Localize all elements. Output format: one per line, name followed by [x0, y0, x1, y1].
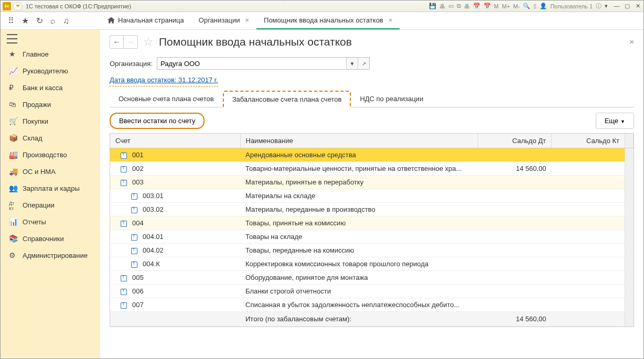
table-row[interactable]: 003.01Материалы на складе: [110, 189, 634, 203]
sidebar-item-label: Отчеты: [23, 218, 46, 226]
sidebar-item-reports[interactable]: 📊Отчеты: [1, 213, 100, 230]
sidebar-item-assets[interactable]: 🚚ОС и НМА: [1, 163, 100, 180]
tab-balance-assistant[interactable]: Помощник ввода начальных остатков ×: [256, 12, 400, 29]
table-row[interactable]: 004.02Товары, переданные на комиссию: [110, 244, 634, 257]
tab-organizations[interactable]: Организации ×: [191, 12, 256, 29]
action-row: Ввести остатки по счету Еще▼: [110, 113, 634, 129]
cell-credit: [552, 244, 625, 257]
sidebar-item-warehouse[interactable]: 📦Склад: [1, 129, 100, 146]
document-icon[interactable]: ▭: [448, 3, 454, 9]
sidebar-item-label: Руководителю: [23, 67, 68, 75]
account-icon: [121, 302, 127, 309]
table-row[interactable]: 002Товарно-материальные ценности, принят…: [110, 162, 634, 176]
cell-name: Материалы, принятые в переработку: [240, 176, 478, 189]
sidebar-item-admin[interactable]: ⚙Администрирование: [1, 247, 100, 264]
date-icon[interactable]: 📅: [484, 3, 491, 9]
account-icon: [121, 166, 127, 172]
account-icon: [121, 180, 127, 186]
cell-account: 005: [110, 271, 240, 285]
minimize-icon[interactable]: —: [613, 3, 620, 9]
calculator-mplus-icon[interactable]: M+: [502, 3, 510, 9]
sidebar-item-sales[interactable]: 🛍Продажи: [1, 96, 100, 113]
history-icon[interactable]: ↻: [36, 16, 43, 26]
sidebar-item-hr[interactable]: 👥Зарплата и кадры: [1, 180, 100, 197]
nav-back-button[interactable]: ←: [110, 36, 124, 48]
calculator-mminus-icon[interactable]: M-: [513, 3, 520, 9]
sidebar-item-directories[interactable]: 📚Справочники: [1, 230, 100, 247]
col-account[interactable]: Счет: [110, 134, 240, 148]
tab-balance-assistant-close-icon[interactable]: ×: [389, 16, 393, 24]
panel-icon[interactable]: ▯: [533, 3, 536, 9]
table-row[interactable]: 004.ККорректировка комиссионных товаров …: [110, 257, 634, 271]
tab-main-accounts[interactable]: Основные счета плана счетов: [110, 91, 223, 107]
search-icon[interactable]: ⌕: [50, 16, 56, 26]
info-icon[interactable]: ⓘ: [596, 2, 602, 10]
more-button[interactable]: Еще▼: [596, 113, 634, 129]
col-name[interactable]: Наименование: [240, 134, 478, 148]
user-label[interactable]: Пользователь 1: [550, 3, 593, 9]
scrollbar[interactable]: [625, 148, 634, 312]
sidebar-item-label: Главное: [23, 50, 49, 58]
cell-debit: [478, 244, 552, 257]
org-input[interactable]: [157, 58, 346, 69]
sidebar-item-main[interactable]: ★Главное: [1, 46, 100, 62]
nav-forward-button[interactable]: →: [124, 36, 137, 48]
table-row[interactable]: 007Списанная в убыток задолженность непл…: [110, 298, 634, 312]
org-open-button[interactable]: ↗: [358, 58, 369, 69]
cell-account: 003.02: [110, 203, 240, 216]
col-debit[interactable]: Сальдо Дт: [478, 134, 552, 148]
sidebar-toggle-icon[interactable]: [7, 34, 17, 43]
tab-vat-sales[interactable]: НДС по реализации: [351, 91, 432, 107]
tab-home[interactable]: Начальная страница: [100, 12, 191, 29]
enter-balances-button[interactable]: Ввести остатки по счету: [110, 113, 205, 129]
tab-organizations-close-icon[interactable]: ×: [245, 16, 249, 24]
notifications-icon[interactable]: ♫: [63, 16, 69, 26]
bag-icon: 🛍: [9, 100, 17, 108]
favorite-icon[interactable]: ★: [22, 16, 29, 26]
table-row[interactable]: 003.02Материалы, переданные в производст…: [110, 203, 634, 216]
table-row[interactable]: 004.01Товары на складе: [110, 230, 634, 244]
col-credit[interactable]: Сальдо Кт: [552, 134, 625, 148]
sidebar-item-manager[interactable]: 📈Руководителю: [1, 62, 100, 79]
close-page-icon[interactable]: ×: [629, 37, 634, 46]
maximize-icon[interactable]: ▢: [624, 3, 631, 9]
sidebar-item-label: Банк и касса: [23, 84, 63, 92]
cell-debit: [478, 257, 552, 271]
cell-credit: [552, 230, 625, 244]
content-header: ← → ☆ Помощник ввода начальных остатков: [110, 35, 634, 49]
save-icon[interactable]: 💾: [429, 3, 436, 9]
cell-debit: [478, 203, 552, 216]
cell-debit: [478, 216, 552, 230]
zoom-icon[interactable]: 🔍: [523, 3, 530, 9]
cell-name: Списанная в убыток задолженность неплате…: [240, 298, 478, 312]
table-header-row: Счет Наименование Сальдо Дт Сальдо Кт: [110, 134, 634, 148]
table-row[interactable]: 006Бланки строгой отчетности: [110, 285, 634, 298]
sidebar-item-purchases[interactable]: 🛒Покупки: [1, 113, 100, 129]
print2-icon[interactable]: 🖶: [464, 3, 470, 9]
cell-account: 004: [110, 216, 240, 230]
org-dropdown-button[interactable]: ▼: [346, 58, 358, 69]
apps-icon[interactable]: ⠿: [8, 16, 14, 26]
account-icon: [131, 193, 137, 200]
table-row[interactable]: 001Арендованные основные средства: [110, 148, 634, 162]
calculator-m-icon[interactable]: M: [494, 3, 499, 9]
sidebar-item-operations[interactable]: ДтКтОперации: [1, 197, 100, 213]
close-window-icon[interactable]: ✕: [634, 3, 641, 9]
favorite-star-icon[interactable]: ☆: [143, 35, 154, 49]
print-icon[interactable]: 🖶: [439, 3, 445, 9]
calendar-icon[interactable]: 📅: [473, 3, 480, 9]
sidebar-item-production[interactable]: 🏭Производство: [1, 146, 100, 163]
table-row[interactable]: 004Товары, принятые на комиссию: [110, 216, 634, 230]
sidebar-item-bank[interactable]: ₽Банк и касса: [1, 79, 100, 96]
chart-icon: 📈: [9, 67, 17, 75]
tab-offbalance-accounts[interactable]: Забалансовые счета плана счетов: [223, 91, 351, 107]
table-row[interactable]: 003Материалы, принятые в переработку: [110, 176, 634, 189]
table-row[interactable]: 005Оборудование, принятое для монтажа: [110, 271, 634, 285]
gear-icon: ⚙: [9, 251, 17, 259]
entry-date-link[interactable]: Дата ввода остатков: 31.12.2017 г.: [110, 76, 218, 86]
cell-name: Корректировка комиссионных товаров прошл…: [240, 257, 478, 271]
app-menu-dropdown[interactable]: [13, 2, 23, 10]
cell-debit: [478, 189, 552, 203]
compare-icon[interactable]: ⧉: [457, 3, 461, 9]
sidebar-item-label: Продажи: [23, 101, 51, 108]
